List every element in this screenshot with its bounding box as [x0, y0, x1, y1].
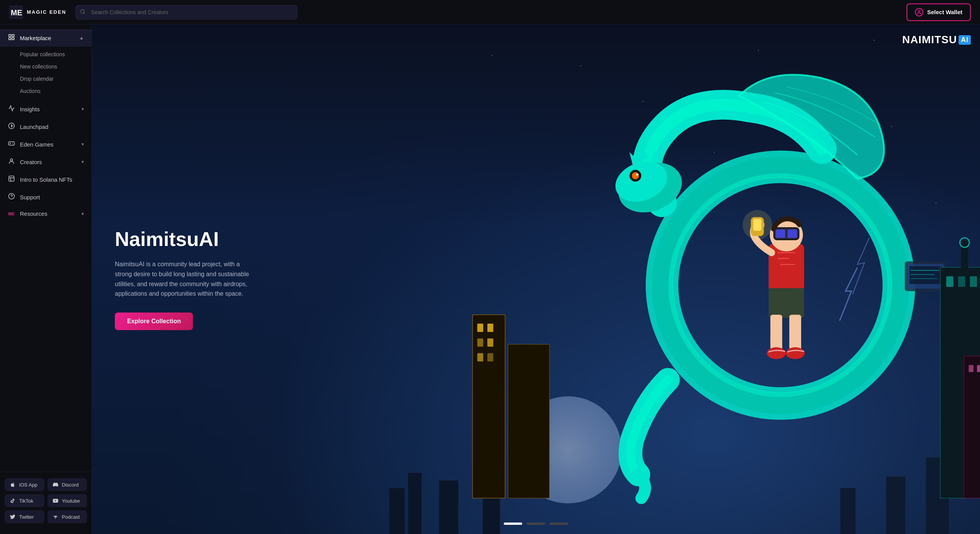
header: ME MAGIC EDEN Select Wallet — [0, 0, 980, 24]
hero-description: NaimitsuAI is a community lead project, … — [115, 259, 253, 298]
carousel-dot-2[interactable] — [527, 523, 545, 525]
sidebar-item-marketplace[interactable]: Marketplace ▲ — [0, 29, 91, 47]
marketplace-submenu: Popular collections New collections Drop… — [0, 47, 91, 100]
search-input[interactable] — [75, 5, 297, 20]
svg-point-60 — [960, 238, 969, 247]
carousel-dot-3[interactable] — [550, 523, 568, 525]
sidebar-item-resources[interactable]: ME Resources ▾ — [0, 206, 91, 221]
hero-text-area: NaimitsuAI NaimitsuAI is a community lea… — [92, 205, 276, 353]
svg-rect-5 — [9, 142, 15, 145]
marketplace-label: Marketplace — [20, 35, 51, 41]
select-wallet-button[interactable]: Select Wallet — [906, 3, 971, 21]
svg-line-3 — [84, 13, 85, 14]
svg-rect-30 — [769, 288, 804, 317]
svg-point-6 — [10, 159, 13, 161]
svg-rect-28 — [787, 230, 797, 238]
search-icon — [80, 9, 85, 15]
svg-rect-61 — [964, 356, 980, 498]
creators-chevron: ▾ — [82, 159, 84, 164]
search-bar — [75, 5, 297, 20]
logo[interactable]: ME MAGIC EDEN — [9, 5, 66, 19]
sidebar-item-popular-collections[interactable]: Popular collections — [0, 48, 91, 60]
select-wallet-label: Select Wallet — [927, 9, 962, 15]
resources-chevron: ▾ — [82, 211, 84, 217]
sidebar-item-insights[interactable]: Insights ▾ — [0, 100, 91, 118]
main-content: NaimitsuAI NaimitsuAI is a community lea… — [92, 24, 980, 534]
svg-rect-49 — [487, 339, 493, 347]
sidebar-item-auctions[interactable]: Auctions — [0, 85, 91, 97]
resources-label: Resources — [20, 210, 47, 217]
creators-label: Creators — [20, 159, 42, 165]
svg-rect-47 — [487, 324, 493, 332]
building — [389, 488, 405, 534]
discord-button[interactable]: Discord — [47, 478, 87, 491]
logo-text: MAGIC EDEN — [27, 9, 66, 15]
marketplace-chevron: ▲ — [79, 35, 84, 41]
twitter-icon — [9, 513, 16, 520]
explore-collection-button[interactable]: Explore Collection — [115, 313, 193, 330]
discord-label: Discord — [62, 482, 79, 488]
svg-rect-57 — [958, 276, 965, 287]
svg-point-18 — [632, 172, 639, 179]
svg-rect-64 — [977, 365, 980, 372]
svg-point-19 — [636, 173, 638, 176]
svg-rect-32 — [789, 315, 801, 350]
insights-label: Insights — [20, 106, 40, 112]
insights-icon — [8, 105, 15, 113]
sidebar-item-launchpad[interactable]: Launchpad — [0, 118, 91, 135]
tiktok-button[interactable]: TikTok — [5, 494, 44, 507]
ios-app-label: iOS App — [19, 482, 38, 488]
social-grid: iOS App Discord TikTok — [5, 478, 87, 523]
sidebar-item-new-collections[interactable]: New collections — [0, 60, 91, 73]
logo-icon: ME — [9, 5, 23, 19]
svg-rect-46 — [477, 324, 483, 332]
creators-icon — [8, 158, 15, 166]
svg-point-33 — [767, 347, 786, 359]
twitter-label: Twitter — [19, 514, 34, 520]
svg-rect-63 — [969, 365, 973, 372]
svg-rect-56 — [946, 276, 954, 287]
nft-brand-watermark: NAIMITSU AI — [902, 34, 971, 46]
svg-rect-31 — [770, 315, 782, 350]
launchpad-label: Launchpad — [20, 124, 48, 130]
nft-brand-name: NAIMITSU — [902, 34, 957, 46]
svg-point-37 — [743, 210, 772, 239]
youtube-label: Youtube — [62, 498, 80, 504]
sidebar-item-intro-solana[interactable]: Intro to Solana NFTs — [0, 171, 91, 188]
hero-carousel: NaimitsuAI NaimitsuAI is a community lea… — [92, 24, 980, 534]
intro-solana-label: Intro to Solana NFTs — [20, 176, 72, 183]
resources-icon: ME — [8, 212, 15, 216]
svg-point-4 — [918, 10, 920, 12]
podcast-button[interactable]: Podcast — [47, 510, 87, 523]
building — [408, 473, 421, 534]
svg-rect-27 — [776, 230, 785, 238]
launchpad-icon — [8, 122, 15, 131]
sidebar-item-eden-games[interactable]: Eden Games ▾ — [0, 135, 91, 153]
svg-rect-7 — [9, 176, 14, 181]
sidebar: Marketplace ▲ Popular collections New co… — [0, 24, 92, 534]
eden-games-label: Eden Games — [20, 141, 54, 148]
intro-solana-icon — [8, 175, 15, 184]
carousel-dot-1[interactable] — [504, 523, 522, 525]
support-label: Support — [20, 194, 40, 200]
svg-rect-52 — [508, 344, 549, 498]
eden-games-icon — [8, 140, 15, 148]
svg-point-11 — [55, 516, 56, 517]
sidebar-social: iOS App Discord TikTok — [0, 472, 91, 529]
podcast-icon — [52, 513, 59, 520]
marketplace-icon — [8, 34, 15, 42]
youtube-button[interactable]: Youtube — [47, 494, 87, 507]
podcast-label: Podcast — [62, 514, 80, 520]
sidebar-item-support[interactable]: Support — [0, 188, 91, 206]
eden-games-chevron: ▾ — [82, 142, 84, 147]
sidebar-item-drop-calendar[interactable]: Drop calendar — [0, 73, 91, 85]
ios-app-icon — [9, 481, 16, 488]
hero-title: NaimitsuAI — [115, 228, 253, 250]
ios-app-button[interactable]: iOS App — [5, 478, 44, 491]
tiktok-label: TikTok — [19, 498, 33, 504]
svg-rect-58 — [970, 276, 977, 287]
svg-text:ME: ME — [11, 8, 22, 17]
carousel-dots — [504, 523, 568, 525]
twitter-button[interactable]: Twitter — [5, 510, 44, 523]
sidebar-item-creators[interactable]: Creators ▾ — [0, 153, 91, 171]
